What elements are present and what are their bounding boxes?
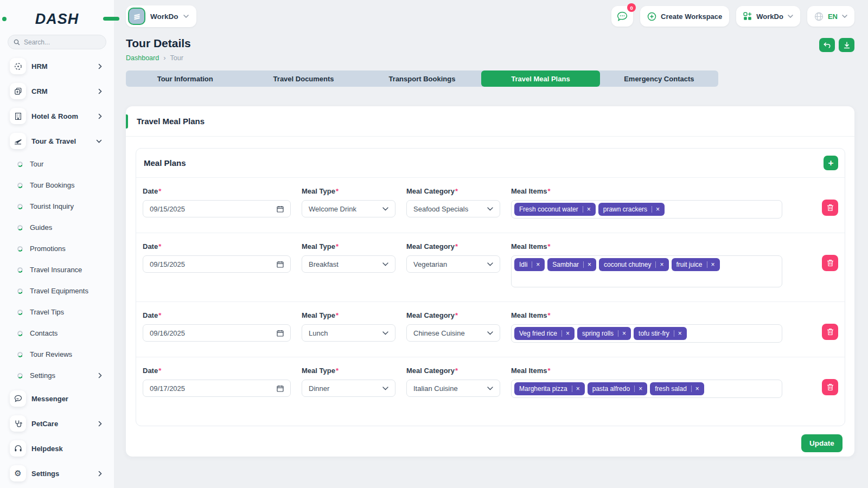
sidebar-item-messenger[interactable]: Messenger [8, 386, 106, 411]
remove-tag-icon[interactable]: × [561, 330, 570, 337]
remove-tag-icon[interactable]: × [655, 261, 663, 268]
tab-tour-information[interactable]: Tour Information [126, 70, 244, 87]
date-label: Date [143, 242, 158, 251]
remove-tag-icon[interactable]: × [532, 261, 540, 268]
chevron-down-icon [382, 331, 388, 335]
date-value[interactable] [150, 329, 253, 337]
meal-plan-row: Date* Meal Type* Dinner [136, 357, 845, 412]
sidebar-item-petcare[interactable]: PetCare [8, 411, 106, 436]
sidebar-item-travel-tips[interactable]: Travel Tips [8, 301, 106, 323]
sidebar-item-crm[interactable]: CRM [8, 79, 106, 104]
messages-button[interactable]: 0 [611, 6, 633, 27]
sidebar-item-tour-reviews[interactable]: Tour Reviews [8, 344, 106, 365]
required-asterisk: * [455, 367, 458, 375]
brand-logo-text: DASH [35, 11, 79, 28]
sidebar-item-helpdesk[interactable]: Helpdesk [8, 436, 106, 461]
headset-icon [10, 440, 26, 457]
date-value[interactable] [150, 260, 253, 268]
remove-tag-icon[interactable]: × [583, 206, 591, 213]
meal-category-value: Vegetarian [413, 260, 447, 268]
meal-category-select[interactable]: Vegetarian [406, 255, 500, 273]
meal-plan-row: Date* Meal Type* Lunch [136, 302, 845, 357]
calendar-icon[interactable] [277, 330, 284, 337]
calendar-icon[interactable] [277, 261, 284, 268]
meal-category-select[interactable]: Seafood Specials [406, 200, 500, 217]
create-workspace-button[interactable]: Create Workspace [640, 6, 729, 27]
tab-transport-bookings[interactable]: Transport Bookings [363, 70, 481, 87]
meal-items-input[interactable]: Veg fried rice× spring rolls× tofu stir-… [511, 324, 782, 343]
remove-tag-icon[interactable]: × [691, 386, 699, 392]
delete-row-button[interactable] [822, 324, 838, 340]
required-asterisk: * [336, 187, 339, 195]
tab-travel-meal-plans[interactable]: Travel Meal Plans [481, 70, 599, 87]
sidebar-item-guides[interactable]: Guides [8, 217, 106, 238]
remove-tag-icon[interactable]: × [634, 386, 642, 392]
remove-tag-icon[interactable]: × [583, 261, 591, 268]
workspace-chip[interactable]: WorkDo [126, 5, 196, 27]
brand-logo[interactable]: DASH [8, 10, 106, 28]
sidebar-item-hotel-room[interactable]: Hotel & Room [8, 104, 106, 129]
meal-item-tag: prawn crackers× [598, 203, 665, 216]
plus-circle-icon [647, 12, 656, 21]
sidebar-item-hrm[interactable]: HRM [8, 54, 106, 79]
workspace-dropdown[interactable]: WorkDo [736, 6, 800, 27]
meal-category-select[interactable]: Italian Cuisine [406, 380, 500, 397]
chevron-right-icon [98, 88, 104, 94]
chevron-right-icon [98, 421, 104, 427]
meal-type-select[interactable]: Breakfast [302, 255, 395, 273]
sidebar-search[interactable] [8, 35, 106, 49]
breadcrumb-dashboard-link[interactable]: Dashboard [126, 54, 159, 62]
sidebar-item-tourist-inquiry[interactable]: Tourist Inquiry [8, 196, 106, 217]
meal-items-input[interactable]: Fresh coconut water× prawn crackers× [511, 200, 782, 219]
calendar-icon[interactable] [277, 206, 284, 213]
sidebar-item-settings[interactable]: ⚙ Settings [8, 461, 106, 486]
meal-type-select[interactable]: Lunch [302, 324, 395, 342]
meal-type-select[interactable]: Welcome Drink [302, 200, 395, 217]
date-input[interactable] [143, 255, 291, 273]
date-input[interactable] [143, 324, 291, 342]
sidebar-item-tour-settings[interactable]: Settings [8, 365, 106, 386]
date-input[interactable] [143, 380, 291, 397]
sidebar-item-tour-travel[interactable]: Tour & Travel [8, 129, 106, 153]
meal-item-tag: Veg fried rice× [514, 327, 575, 340]
required-asterisk: * [158, 311, 161, 319]
add-meal-plan-button[interactable]: + [824, 156, 838, 170]
language-dropdown[interactable]: EN [807, 6, 854, 27]
tab-travel-documents[interactable]: Travel Documents [244, 70, 362, 87]
stethoscope-icon [10, 415, 26, 432]
sidebar-item-tour-bookings[interactable]: Tour Bookings [8, 175, 106, 196]
remove-tag-icon[interactable]: × [618, 330, 626, 337]
delete-row-button[interactable] [822, 379, 838, 395]
delete-row-button[interactable] [822, 255, 838, 271]
date-value[interactable] [150, 205, 253, 213]
sidebar-item-tour[interactable]: Tour [8, 153, 106, 175]
sidebar-item-contacts[interactable]: Contacts [8, 323, 106, 344]
required-asterisk: * [336, 367, 339, 375]
tab-emergency-contacts[interactable]: Emergency Contacts [600, 70, 718, 87]
meal-items-label: Meal Items [511, 311, 547, 319]
meal-type-select[interactable]: Dinner [302, 380, 395, 397]
update-button[interactable]: Update [801, 434, 843, 452]
card-title: Travel Meal Plans [137, 117, 205, 126]
search-input[interactable] [24, 38, 94, 46]
remove-tag-icon[interactable]: × [652, 206, 660, 213]
meal-items-input[interactable]: Idli× Sambhar× coconut chutney× fruit ju… [511, 255, 782, 287]
chevron-right-icon [98, 63, 104, 69]
date-value[interactable] [150, 384, 253, 393]
sidebar-item-travel-insurance[interactable]: Travel Insurance [8, 259, 106, 280]
remove-tag-icon[interactable]: × [572, 386, 580, 392]
meal-category-select[interactable]: Chinese Cuisine [406, 324, 500, 342]
remove-tag-icon[interactable]: × [674, 330, 682, 337]
delete-row-button[interactable] [822, 200, 838, 216]
meal-type-value: Welcome Drink [309, 205, 356, 213]
remove-tag-icon[interactable]: × [707, 261, 715, 268]
meal-items-input[interactable]: Margherita pizza× pasta alfredo× fresh s… [511, 380, 782, 398]
sidebar-item-travel-equipments[interactable]: Travel Equipments [8, 280, 106, 301]
sidebar-item-promotions[interactable]: Promotions [8, 238, 106, 259]
calendar-icon[interactable] [277, 385, 284, 392]
meal-item-tag: Idli× [514, 258, 545, 271]
date-input[interactable] [143, 200, 291, 217]
back-button[interactable] [819, 38, 835, 52]
trash-icon [827, 204, 834, 211]
export-button[interactable] [839, 38, 854, 52]
